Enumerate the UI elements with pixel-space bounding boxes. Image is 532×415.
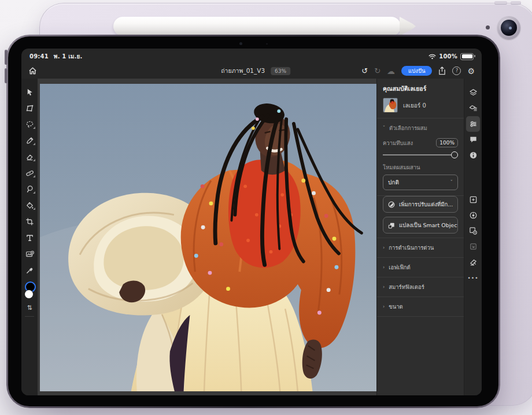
app-header: ถ่ายภาพ_01_V3 63% ↺ ↻ ☁ แบ่งปัน ? ⚙ (21, 63, 482, 79)
status-date: พ. 1 เม.ย. (54, 52, 83, 61)
section-smart-filters[interactable]: › สมาร์ทฟิลเตอร์ (377, 277, 464, 297)
type-tool[interactable] (21, 229, 38, 246)
section-quick-actions[interactable]: › การดำเนินการด่วน (377, 238, 464, 257)
settings-icon[interactable]: ⚙ (467, 67, 475, 75)
battery-icon (460, 53, 474, 60)
wifi-icon (428, 54, 436, 60)
chevron-right-icon: › (383, 305, 385, 309)
bezel: 09:41 พ. 1 เม.ย. 100% (8, 36, 498, 406)
front-sensor (266, 43, 268, 45)
share-button[interactable]: แบ่งปัน (401, 66, 432, 76)
layer-row[interactable]: เลเยอร์ 0 (377, 98, 464, 118)
help-icon[interactable]: ? (452, 66, 461, 75)
comments-icon[interactable] (466, 132, 480, 147)
quick-actions-label: การดำเนินการด่วน (389, 243, 434, 252)
opacity-value[interactable]: 100% (436, 138, 458, 147)
slider-knob[interactable] (451, 151, 458, 158)
export-icon[interactable] (438, 66, 446, 75)
power-button (494, 1, 507, 5)
eyedropper-tool[interactable] (21, 262, 38, 278)
scene: 09:41 พ. 1 เม.ย. 100% (0, 0, 532, 415)
opacity-block: ความทึบแสง 100% โหมดผสมผสาน ปกติ ˅ (377, 138, 464, 195)
chevron-right-icon: › (383, 285, 385, 290)
right-icon-rail: ••• (464, 79, 482, 395)
lens-glint (509, 27, 512, 29)
convert-smart-object-label: แปลงเป็น Smart Object (399, 221, 458, 229)
slider-track (383, 154, 455, 155)
flatten-icon[interactable] (466, 254, 480, 270)
convert-smart-object-button[interactable]: แปลงเป็น Smart Object (383, 217, 458, 234)
brush-tool[interactable] (21, 132, 38, 149)
opacity-label: ความทึบแสง (383, 139, 413, 147)
redo-icon[interactable]: ↻ (374, 67, 380, 75)
volume-up-button (5, 50, 8, 65)
zoom-level-badge[interactable]: 63% (271, 67, 290, 75)
send-backward-icon[interactable] (466, 239, 480, 254)
screen: 09:41 พ. 1 เม.ย. 100% (21, 49, 482, 395)
chevron-down-icon: ˅ (450, 180, 453, 185)
top-button (511, 1, 521, 5)
layer-properties-icon[interactable] (466, 101, 480, 116)
toolbar-divider (25, 316, 34, 317)
healing-brush-tool[interactable] (21, 165, 38, 181)
rear-mic-dot (486, 25, 490, 29)
more-icon[interactable]: ••• (466, 270, 480, 286)
blend-mode-value: ปกติ (388, 178, 399, 187)
battery-percent: 100% (439, 53, 457, 60)
section-size[interactable]: › ขนาด (377, 297, 464, 316)
transform-tool[interactable] (21, 100, 38, 116)
canvas-area[interactable] (38, 79, 376, 395)
cloud-sync-icon: ☁ (387, 67, 395, 75)
dodge-burn-tool[interactable] (21, 181, 38, 197)
add-adjustment-label: เพิ่มการปรับแต่งที่มีก... (399, 200, 453, 209)
lasso-tool[interactable] (21, 116, 38, 132)
blend-mode-dropdown[interactable]: ปกติ ˅ (383, 175, 458, 190)
chevron-down-icon: ˅ (383, 126, 385, 131)
move-tool[interactable] (21, 84, 38, 100)
opacity-slider[interactable] (383, 150, 458, 159)
layer-thumbnail (383, 98, 398, 113)
layer-name: เลเยอร์ 0 (403, 101, 426, 110)
color-swatches[interactable] (21, 280, 38, 302)
size-label: ขนาด (389, 302, 403, 311)
fill-tool[interactable] (21, 197, 38, 213)
background-color-swatch[interactable] (24, 290, 34, 299)
smart-object-icon (388, 222, 395, 229)
status-time: 09:41 (29, 53, 49, 60)
swap-colors-icon[interactable]: ⇅ (27, 304, 32, 312)
front-camera (239, 42, 242, 45)
blend-options-label: ตัวเลือกการผสม (389, 124, 427, 132)
workspace: ⇅ (21, 79, 482, 395)
document-photo[interactable] (40, 84, 376, 391)
adjustments-icon[interactable] (466, 116, 480, 132)
place-image-tool[interactable] (21, 246, 38, 262)
blend-mode-label: โหมดผสมผสาน (383, 163, 458, 172)
rear-camera (497, 16, 520, 39)
undo-icon[interactable]: ↺ (361, 67, 368, 75)
document-title: ถ่ายภาพ_01_V3 (221, 66, 265, 76)
layer-properties-panel: คุณสมบัติเลเยอร์ (376, 79, 464, 395)
layer-mask-icon[interactable] (466, 223, 480, 239)
add-adjustment-button[interactable]: เพิ่มการปรับแต่งที่มีก... (383, 196, 458, 213)
add-layer-icon[interactable] (466, 192, 480, 208)
divider (377, 316, 464, 317)
blend-options-header[interactable]: ˅ ตัวเลือกการผสม (377, 118, 464, 138)
chevron-right-icon: › (383, 246, 385, 250)
layer-visibility-icon[interactable] (466, 208, 480, 223)
adjustment-icon (388, 201, 395, 208)
panel-title: คุณสมบัติเลเยอร์ (377, 79, 464, 98)
effects-label: เอฟเฟ็กต์ (389, 263, 411, 272)
section-effects[interactable]: › เอฟเฟ็กต์ (377, 258, 464, 277)
rear-camera-lens (501, 20, 517, 36)
status-bar: 09:41 พ. 1 เม.ย. 100% (21, 49, 482, 63)
front-ipad: 09:41 พ. 1 เม.ย. 100% (6, 35, 500, 408)
info-icon[interactable] (466, 147, 480, 163)
volume-down-button (5, 68, 8, 83)
chevron-right-icon: › (383, 265, 385, 270)
layers-icon[interactable] (466, 85, 480, 101)
tool-bar: ⇅ (21, 79, 38, 395)
crop-tool[interactable] (21, 213, 38, 229)
home-button[interactable] (28, 66, 37, 75)
eraser-tool[interactable] (21, 149, 38, 165)
smart-filters-label: สมาร์ทฟิลเตอร์ (389, 283, 424, 291)
